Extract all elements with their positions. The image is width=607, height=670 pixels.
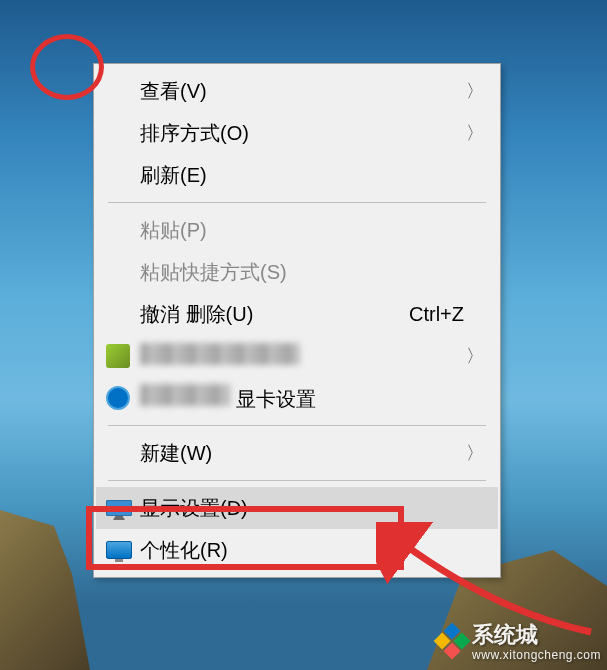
icon-empty [106,161,140,189]
menu-paste-shortcut: 粘贴快捷方式(S) [96,251,498,293]
menu-refresh[interactable]: 刷新(E) [96,154,498,196]
watermark-brand: 系统城 [472,622,538,647]
watermark-url: www.xitongcheng.com [472,648,601,662]
menu-new[interactable]: 新建(W) 〉 [96,432,498,474]
menu-paste: 粘贴(P) [96,209,498,251]
chevron-right-icon: 〉 [466,121,484,145]
menu-paste-label: 粘贴(P) [140,217,484,244]
menu-undo-delete[interactable]: 撤消 删除(U) Ctrl+Z [96,293,498,335]
intel-icon [106,384,140,412]
menu-view-label: 查看(V) [140,78,484,105]
menu-display-settings-label: 显示设置(D) [140,495,484,522]
menu-gpu-label: 显卡设置 [140,384,484,413]
menu-undo-shortcut: Ctrl+Z [409,303,464,326]
separator [108,425,486,426]
menu-sort[interactable]: 排序方式(O) 〉 [96,112,498,154]
menu-refresh-label: 刷新(E) [140,162,484,189]
menu-display-settings[interactable]: 显示设置(D) [96,487,498,529]
watermark: 系统城 www.xitongcheng.com [438,620,601,662]
chevron-right-icon: 〉 [466,79,484,103]
icon-empty [106,439,140,467]
rock-left [0,510,90,670]
monitor-icon [106,536,140,564]
watermark-logo-icon [432,621,472,661]
menu-new-label: 新建(W) [140,440,484,467]
menu-personalize-label: 个性化(R) [140,537,484,564]
gpu-settings-suffix: 显卡设置 [236,388,316,410]
icon-empty [106,119,140,147]
desktop-context-menu: 查看(V) 〉 排序方式(O) 〉 刷新(E) 粘贴(P) 粘贴快捷方式(S) … [93,63,501,578]
chevron-right-icon: 〉 [466,344,484,368]
chevron-right-icon: 〉 [466,441,484,465]
menu-sort-label: 排序方式(O) [140,120,484,147]
display-icon [106,494,140,522]
icon-empty [106,77,140,105]
icon-empty [106,216,140,244]
menu-personalize[interactable]: 个性化(R) [96,529,498,571]
menu-vendor-app[interactable]: 〉 [96,335,498,377]
menu-vendor-label [140,343,484,370]
menu-paste-shortcut-label: 粘贴快捷方式(S) [140,259,484,286]
vendor-app-icon [106,342,140,370]
separator [108,202,486,203]
icon-empty [106,300,140,328]
icon-empty [106,258,140,286]
menu-gpu-settings[interactable]: 显卡设置 [96,377,498,419]
separator [108,480,486,481]
menu-view[interactable]: 查看(V) 〉 [96,70,498,112]
menu-undo-label: 撤消 删除(U) [140,301,409,328]
